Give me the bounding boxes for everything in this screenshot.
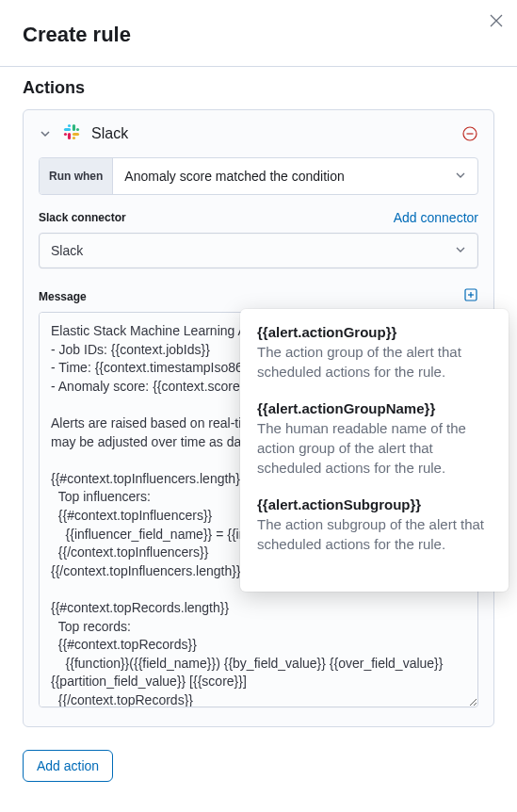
close-icon — [490, 14, 503, 27]
run-when-row: Run when Anomaly score matched the condi… — [39, 157, 478, 195]
modal-header: Create rule — [0, 0, 517, 67]
run-when-label: Run when — [40, 158, 113, 194]
connector-value: Slack — [51, 243, 83, 258]
svg-point-4 — [68, 124, 71, 127]
svg-point-6 — [73, 137, 75, 139]
svg-point-5 — [76, 128, 79, 131]
indexing-icon — [463, 287, 478, 302]
tooltip-variable-name: {{alert.actionGroup}} — [257, 324, 490, 340]
tooltip-item[interactable]: {{alert.actionGroup}} The action group o… — [257, 324, 490, 382]
chevron-down-icon — [455, 169, 466, 184]
run-when-value: Anomaly score matched the condition — [124, 169, 344, 184]
slack-icon — [63, 123, 80, 144]
tooltip-variable-desc: The action group of the alert that sched… — [257, 342, 490, 382]
run-when-select[interactable]: Anomaly score matched the condition — [113, 158, 477, 194]
page-title: Create rule — [23, 23, 494, 47]
tooltip-item[interactable]: {{alert.actionSubgroup}} The action subg… — [257, 496, 490, 554]
add-action-button[interactable]: Add action — [23, 750, 113, 782]
variable-tooltip: {{alert.actionGroup}} The action group o… — [240, 309, 509, 592]
svg-point-7 — [64, 133, 67, 136]
tooltip-variable-name: {{alert.actionSubgroup}} — [257, 496, 490, 512]
tooltip-variable-desc: The action subgroup of the alert that sc… — [257, 514, 490, 554]
actions-section-title: Actions — [23, 78, 494, 98]
connector-select[interactable]: Slack — [39, 233, 478, 268]
tooltip-variable-name: {{alert.actionGroupName}} — [257, 400, 490, 416]
connector-field-label: Slack connector — [39, 211, 126, 224]
minus-circle-icon — [462, 126, 477, 141]
action-card-header[interactable]: Slack — [24, 110, 493, 157]
svg-rect-0 — [73, 124, 75, 131]
remove-action-button[interactable] — [461, 125, 478, 142]
close-button[interactable] — [487, 11, 506, 30]
chevron-down-icon — [455, 243, 466, 258]
svg-rect-3 — [73, 133, 79, 136]
message-field-label: Message — [39, 290, 87, 303]
svg-rect-1 — [64, 128, 71, 131]
add-connector-link[interactable]: Add connector — [394, 210, 478, 225]
add-variable-button[interactable] — [463, 287, 478, 306]
action-name: Slack — [91, 125, 450, 142]
chevron-down-icon[interactable] — [39, 127, 52, 140]
actions-section: Actions — [0, 67, 517, 102]
tooltip-item[interactable]: {{alert.actionGroupName}} The human read… — [257, 400, 490, 478]
message-label-row: Message — [39, 287, 478, 306]
svg-rect-2 — [68, 133, 71, 139]
connector-label-row: Slack connector Add connector — [39, 210, 478, 225]
tooltip-variable-desc: The human readable name of the action gr… — [257, 418, 490, 478]
